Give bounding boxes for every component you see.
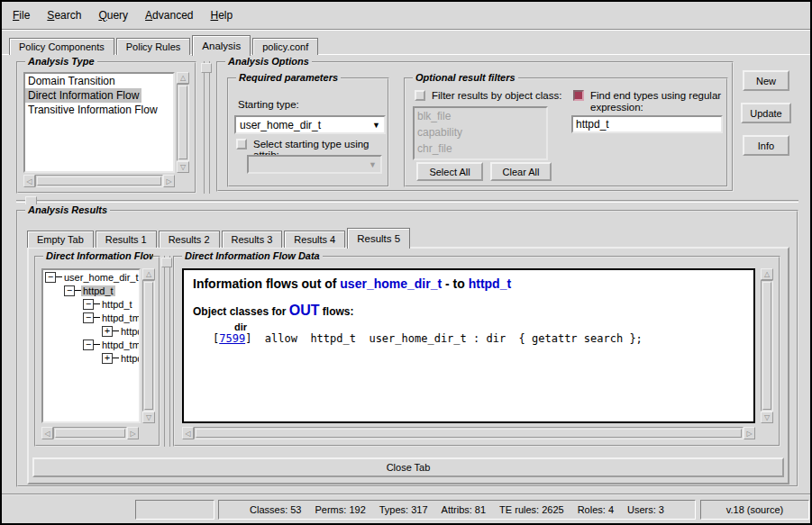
starting-type-value: user_home_dir_t [240, 119, 321, 131]
tab-results-5[interactable]: Results 5 [347, 228, 410, 249]
scroll-right-icon[interactable]: ▷ [744, 427, 755, 439]
scroll-track[interactable] [142, 280, 155, 412]
attrib-checkbox[interactable] [236, 139, 247, 149]
results-vertical-sash[interactable] [164, 256, 170, 447]
rule-number-link[interactable]: 7599 [219, 332, 245, 345]
scroll-track[interactable] [177, 84, 189, 161]
scroll-down-icon[interactable]: ▽ [142, 412, 155, 423]
flow-tree[interactable]: −user_home_dir_t −httpd_t −httpd_t −http… [41, 268, 141, 423]
analysis-type-option[interactable]: Domain Transition [25, 74, 118, 88]
data-hscrollbar[interactable]: ◁ ▷ [182, 427, 755, 439]
stat-te-rules: TE rules: 2625 [499, 504, 564, 515]
starting-type-label: Starting type: [238, 99, 299, 110]
new-button[interactable]: New [743, 70, 789, 91]
scroll-right-icon[interactable]: ▷ [127, 427, 139, 439]
tree-vscrollbar[interactable]: △ ▽ [142, 268, 155, 423]
sash-grip[interactable] [201, 63, 212, 73]
tree-node[interactable]: −user_home_dir_t [43, 270, 139, 284]
sash-grip[interactable] [161, 258, 172, 267]
analysis-type-panel: Analysis Type Domain Transition Direct I… [16, 61, 196, 194]
tree-connector [56, 276, 62, 277]
menu-query[interactable]: Query [98, 9, 128, 22]
starting-type-combobox[interactable]: user_home_dir_t ▼ [234, 115, 386, 134]
tree-node[interactable]: −httpd_tmp_t [43, 311, 139, 324]
select-all-button[interactable]: Select All [416, 162, 483, 181]
tree-expander-icon[interactable]: − [83, 339, 94, 350]
status-stats-box: Classes: 53 Perms: 192 Types: 317 Attrib… [218, 500, 696, 520]
scroll-thumb[interactable] [196, 429, 742, 438]
tree-connector [113, 358, 119, 358]
filter-by-class-row: Filter results by object class: [415, 90, 561, 101]
filter-by-class-checkbox[interactable] [415, 90, 425, 101]
scroll-track[interactable] [53, 427, 127, 439]
tab-results-1[interactable]: Results 1 [96, 231, 157, 248]
regex-checkbox[interactable] [573, 90, 584, 101]
attrib-combobox: ▼ [247, 155, 382, 174]
dropdown-arrow-icon[interactable]: ▼ [372, 121, 380, 130]
menu-search[interactable]: Search [47, 9, 81, 22]
scroll-track[interactable] [194, 427, 744, 439]
tab-empty-tab[interactable]: Empty Tab [27, 231, 94, 248]
tab-analysis[interactable]: Analysis [192, 35, 251, 56]
close-tab-button[interactable]: Close Tab [32, 457, 784, 477]
horizontal-sash[interactable] [16, 200, 798, 203]
required-parameters-title: Required parameters [236, 72, 341, 83]
scroll-down-icon[interactable]: ▽ [761, 412, 773, 423]
menu-file[interactable]: File [13, 9, 30, 22]
analysis-results-title: Analysis Results [25, 204, 110, 215]
analysis-type-hscrollbar[interactable]: ◁ ▷ [23, 175, 175, 187]
tree-expander-icon[interactable]: − [83, 299, 94, 310]
tree-expander-icon[interactable]: + [102, 326, 113, 337]
scroll-thumb[interactable] [55, 429, 125, 438]
tree-expander-icon[interactable]: + [102, 353, 113, 364]
dropdown-arrow-icon: ▼ [369, 160, 377, 169]
stat-attribs: Attribs: 81 [442, 504, 487, 515]
scroll-thumb[interactable] [144, 282, 153, 410]
tab-results-2[interactable]: Results 2 [159, 231, 220, 248]
tree-node[interactable]: −httpd_tmpfs_t [43, 338, 139, 351]
scroll-left-icon[interactable]: ◁ [182, 427, 194, 439]
analysis-type-option[interactable]: Transitive Information Flow [25, 103, 160, 117]
tree-connector [94, 344, 100, 345]
regex-input[interactable] [571, 115, 723, 133]
scroll-up-icon[interactable]: △ [761, 268, 773, 280]
menu-advanced[interactable]: Advanced [145, 9, 193, 22]
data-vscrollbar[interactable]: △ ▽ [761, 268, 773, 423]
tab-results-4[interactable]: Results 4 [284, 231, 345, 248]
scroll-thumb[interactable] [178, 86, 187, 159]
scroll-up-icon[interactable]: △ [142, 268, 155, 280]
clear-all-button[interactable]: Clear All [490, 162, 552, 181]
tab-results-3[interactable]: Results 3 [222, 231, 283, 248]
menu-help[interactable]: Help [210, 9, 233, 22]
scroll-left-icon[interactable]: ◁ [23, 175, 35, 187]
tree-node[interactable]: −httpd_t [43, 297, 139, 311]
tab-policy-rules[interactable]: Policy Rules [116, 38, 191, 55]
tree-expander-icon[interactable]: − [83, 312, 94, 323]
vertical-sash[interactable] [204, 61, 210, 194]
info-button[interactable]: Info [743, 135, 789, 156]
tree-node-selected[interactable]: −httpd_t [43, 284, 139, 297]
scroll-up-icon[interactable]: △ [177, 72, 189, 84]
scroll-track[interactable] [761, 280, 773, 412]
tree-node[interactable]: +httpd_t [43, 324, 139, 338]
scroll-thumb[interactable] [37, 177, 161, 186]
flow-data-text[interactable]: Information flows out of user_home_dir_t… [182, 268, 755, 423]
analysis-type-option-selected[interactable]: Direct Information Flow [25, 88, 141, 103]
scroll-right-icon[interactable]: ▷ [163, 175, 175, 187]
analysis-type-list[interactable]: Domain Transition Direct Information Flo… [23, 72, 175, 173]
scroll-down-icon[interactable]: ▽ [177, 161, 189, 173]
scroll-thumb[interactable] [762, 282, 771, 410]
tree-node[interactable]: +httpd_t [43, 351, 139, 365]
tree-expander-icon[interactable]: − [64, 285, 75, 296]
tree-expander-icon[interactable]: − [45, 272, 56, 283]
tree-hscrollbar[interactable]: ◁ ▷ [41, 427, 139, 439]
analysis-type-vscrollbar[interactable]: △ ▽ [177, 72, 189, 173]
scroll-track[interactable] [35, 175, 163, 187]
flow-tree-panel: Direct Information Flow Tree −user_home_… [34, 256, 160, 447]
analysis-results-panel: Analysis Results Empty Tab Results 1 Res… [16, 210, 798, 487]
scroll-left-icon[interactable]: ◁ [41, 427, 53, 439]
tab-policy-conf[interactable]: policy.conf [252, 38, 318, 55]
regex-checkbox-label: Find end types using regular expression: [590, 90, 729, 113]
tab-policy-components[interactable]: Policy Components [9, 38, 114, 55]
update-button[interactable]: Update [741, 103, 791, 123]
